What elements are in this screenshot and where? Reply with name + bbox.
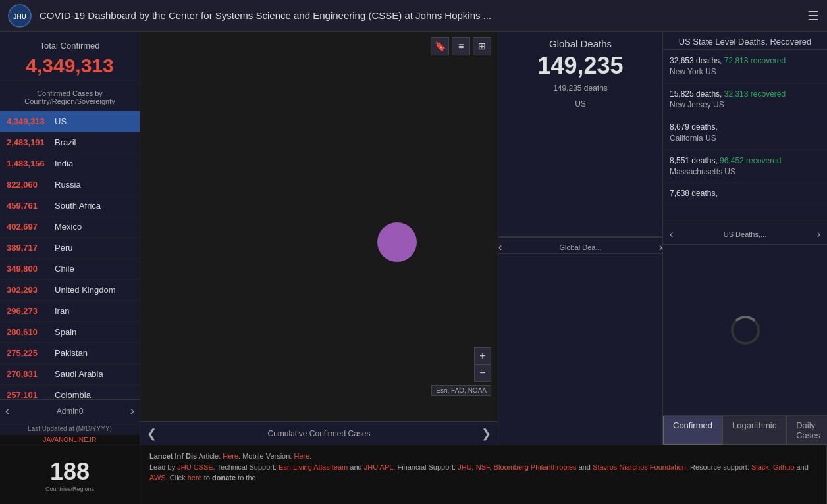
global-deaths-top: Global Deaths 149,235 149,235 deaths US xyxy=(498,32,662,237)
map-bubble xyxy=(377,222,417,262)
state-list: 32,653 deaths, 72,813 recovered New York… xyxy=(663,50,827,224)
watermark: JAVANONLINE.IR xyxy=(0,435,140,445)
state-list-item: 15,825 deaths, 32,313 recovered New Jers… xyxy=(663,84,827,117)
map-zoom-controls: + − xyxy=(474,347,491,382)
sidebar-list-header: Confirmed Cases by Country/Region/Sovere… xyxy=(0,84,140,111)
jhu-link[interactable]: JHU xyxy=(458,463,471,471)
mobile-link[interactable]: Here xyxy=(294,452,309,460)
header: JHU COVID-19 Dashboard by the Center for… xyxy=(0,0,827,32)
country-list-item[interactable]: 459,761South Africa xyxy=(0,195,140,216)
stavros-link[interactable]: Stavros Niarchos Foundation xyxy=(593,463,686,471)
global-deaths-value: 149,235 xyxy=(505,52,656,80)
jhu-apl-link[interactable]: JHU APL xyxy=(364,463,394,471)
chart-tab-logarithmic[interactable]: Logarithmic xyxy=(722,416,786,445)
app-title: COVID-19 Dashboard by the Center for Sys… xyxy=(40,10,807,21)
chart-tab-confirmed[interactable]: Confirmed xyxy=(663,416,722,445)
map-attribution: Esri, FAO, NOAA xyxy=(431,385,491,396)
map-container: 🔖 ≡ ⊞ + − Esri, FAO, NOAA ❮ Cumulative C… xyxy=(140,32,498,445)
sidebar-prev-arrow[interactable]: ‹ xyxy=(5,404,9,418)
chart-tab-daily-cases[interactable]: Daily Cases xyxy=(786,416,827,445)
slack-link[interactable]: Slack xyxy=(751,463,769,471)
countries-label: Countries/Regions xyxy=(45,486,94,492)
map-toolbar: 🔖 ≡ ⊞ xyxy=(431,37,491,55)
nsf-link[interactable]: NSF xyxy=(476,463,490,471)
grid-tool-button[interactable]: ⊞ xyxy=(473,37,491,55)
bloomberg-link[interactable]: Bloomberg Philanthropies xyxy=(494,463,577,471)
country-list-item[interactable]: 280,610Spain xyxy=(0,322,140,343)
esri-link[interactable]: Esri Living Atlas team xyxy=(279,463,348,471)
sidebar-bottom-nav: ‹ Admin0 › xyxy=(0,399,140,422)
us-state-nav: ‹ US Deaths,... › xyxy=(663,224,827,244)
us-state-title: US State Level Deaths, Recovered xyxy=(663,32,827,50)
lancet-label: Lancet Inf Dis xyxy=(149,452,197,460)
bottom-bar: 188 Countries/Regions Lancet Inf Dis Art… xyxy=(0,445,827,504)
country-list-item[interactable]: 257,101Colombia xyxy=(0,385,140,399)
global-deaths-panel: Global Deaths 149,235 149,235 deaths US … xyxy=(498,32,662,445)
donate-link[interactable]: here xyxy=(188,474,202,482)
sidebar-nav-label: Admin0 xyxy=(57,407,84,416)
main-layout: Total Confirmed 4,349,313 Confirmed Case… xyxy=(0,32,827,445)
zoom-in-button[interactable]: + xyxy=(474,347,491,365)
jhu-csse-link[interactable]: JHU CSSE xyxy=(177,463,213,471)
country-list-item[interactable]: 275,225Pakistan xyxy=(0,343,140,364)
bookmark-tool-button[interactable]: 🔖 xyxy=(431,37,449,55)
jhu-logo-icon: JHU xyxy=(8,4,32,28)
country-list-item[interactable]: 302,293United Kingdom xyxy=(0,280,140,301)
global-deaths-nav-label: Global Dea... xyxy=(559,243,601,251)
global-deaths-title: Global Deaths xyxy=(505,38,656,49)
us-state-prev-arrow[interactable]: ‹ xyxy=(670,228,673,240)
menu-icon[interactable]: ☰ xyxy=(807,8,819,24)
global-deaths-subtitle-count: 149,235 deaths xyxy=(505,84,656,93)
country-list-item[interactable]: 270,831Saudi Arabia xyxy=(0,364,140,385)
total-confirmed-panel: Total Confirmed 4,349,313 xyxy=(0,32,140,84)
chart-tabs-container: ConfirmedLogarithmicDaily Cases xyxy=(663,415,827,445)
chart-loading-spinner xyxy=(731,316,760,345)
map-bottom-label: Cumulative Confirmed Cases xyxy=(157,429,481,438)
country-list-item[interactable]: 389,717Peru xyxy=(0,238,140,259)
country-list-item[interactable]: 2,483,191Brazil xyxy=(0,132,140,153)
country-list-item[interactable]: 349,800Chile xyxy=(0,259,140,280)
sidebar-next-arrow[interactable]: › xyxy=(130,404,134,418)
list-tool-button[interactable]: ≡ xyxy=(452,37,470,55)
us-state-nav-label: US Deaths,... xyxy=(724,230,766,238)
state-list-item: 7,638 deaths, xyxy=(663,183,827,205)
countries-count: 188 xyxy=(50,458,90,486)
last-updated-label: Last Updated at (M/D/YYYY) xyxy=(0,422,140,435)
donate-label: donate xyxy=(212,474,236,482)
total-confirmed-label: Total Confirmed xyxy=(5,41,134,51)
zoom-out-button[interactable]: − xyxy=(474,365,491,382)
countries-stat: 188 Countries/Regions xyxy=(0,445,140,504)
map-nav-bottom: ❮ Cumulative Confirmed Cases ❯ xyxy=(140,421,498,445)
state-list-item: 8,551 deaths, 96,452 recovered Massachus… xyxy=(663,150,827,184)
us-state-next-arrow[interactable]: › xyxy=(817,228,820,240)
bottom-info-text: Lancet Inf Dis Article: Here. Mobile Ver… xyxy=(140,445,827,504)
global-deaths-prev-arrow[interactable]: ‹ xyxy=(498,241,502,253)
country-list-item[interactable]: 402,697Mexico xyxy=(0,216,140,238)
aws-link[interactable]: AWS xyxy=(149,474,166,482)
map-prev-arrow[interactable]: ❮ xyxy=(147,426,157,441)
sidebar: Total Confirmed 4,349,313 Confirmed Case… xyxy=(0,32,140,445)
global-deaths-subtitle-region: US xyxy=(505,99,656,109)
state-list-item: 8,679 deaths, California US xyxy=(663,116,827,150)
map-next-arrow[interactable]: ❯ xyxy=(481,426,491,441)
us-state-chart-area xyxy=(663,244,827,415)
country-list-item[interactable]: 822,060Russia xyxy=(0,174,140,195)
global-deaths-nav: ‹ Global Dea... › xyxy=(498,237,662,253)
country-list-item[interactable]: 296,273Iran xyxy=(0,301,140,322)
country-list-item[interactable]: 4,349,313US xyxy=(0,111,140,132)
us-state-panel: US State Level Deaths, Recovered 32,653 … xyxy=(662,32,827,445)
map-area[interactable]: + − Esri, FAO, NOAA xyxy=(140,32,498,421)
total-confirmed-value: 4,349,313 xyxy=(5,55,134,77)
github-link[interactable]: Github xyxy=(773,463,794,471)
global-deaths-chart-area xyxy=(498,253,662,445)
lancet-link[interactable]: Here xyxy=(223,452,238,460)
svg-text:JHU: JHU xyxy=(13,13,26,20)
country-list: 4,349,313US2,483,191Brazil1,483,156India… xyxy=(0,111,140,399)
state-list-item: 32,653 deaths, 72,813 recovered New York… xyxy=(663,50,827,84)
country-list-item[interactable]: 1,483,156India xyxy=(0,153,140,174)
